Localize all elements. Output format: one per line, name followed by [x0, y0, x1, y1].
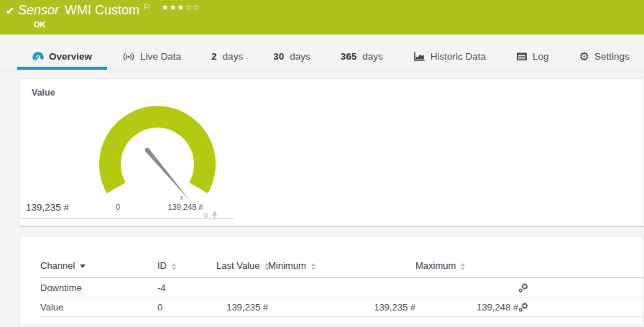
tab-historic-data[interactable]: Historic Data — [398, 46, 501, 70]
sort-icon — [172, 263, 176, 270]
tab-label: days — [362, 51, 383, 62]
ok-check-icon: ✔ — [6, 4, 15, 17]
gauge-tile-toolbar: ⚙ — [203, 211, 218, 220]
tab-overview[interactable]: Overview — [17, 46, 107, 70]
gauge-current-value: 139,235 # — [26, 202, 69, 213]
cell-channel: Downtime — [40, 278, 157, 298]
cell-maximum — [415, 278, 518, 298]
header-channel[interactable]: Channel — [40, 260, 157, 278]
sensor-title-prefix: Sensor — [18, 3, 59, 17]
tab-label: Settings — [594, 51, 630, 62]
sort-icon — [311, 263, 316, 270]
priority-stars[interactable]: ★★★☆☆ — [162, 3, 201, 12]
tab-settings[interactable]: ⚙ Settings — [564, 46, 644, 70]
gear-icon: ⚙ — [579, 51, 589, 63]
cell-maximum: 139,248 # — [415, 298, 518, 317]
channel-settings-icon[interactable] — [518, 303, 528, 313]
status-badge: OK — [34, 20, 46, 29]
pin-icon[interactable] — [211, 211, 218, 220]
cell-minimum: 139,235 # — [268, 298, 415, 317]
tab-number: 30 — [273, 51, 284, 62]
cell-id: -4 — [157, 278, 216, 298]
tab-number: 2 — [211, 51, 217, 62]
overview-panel: Value x 139,235 # 0 139,248 # ⚙ — [19, 78, 644, 227]
sensor-status-banner: ✔ Sensor WMI Custom⚐ ★★★☆☆ OK — [0, 0, 644, 34]
header-maximum[interactable]: Maximum — [415, 260, 518, 278]
header-actions — [518, 260, 643, 278]
cell-last-value: 139,235 # — [216, 298, 268, 317]
live-data-icon — [122, 51, 135, 63]
stars-filled[interactable]: ★★★ — [162, 3, 185, 12]
tab-live-data[interactable]: Live Data — [107, 46, 196, 70]
tab-number: 365 — [341, 51, 357, 62]
channel-table: Channel ID Last Value Minimum Maximum Do… — [40, 260, 643, 317]
sensor-title: Sensor WMI Custom⚐ ★★★☆☆ — [18, 3, 201, 18]
priority-flag-icon[interactable]: ⚐ — [143, 2, 151, 12]
value-gauge-tile[interactable]: Value x 139,235 # 0 139,248 # ⚙ — [20, 79, 234, 219]
header-minimum[interactable]: Minimum — [268, 260, 415, 278]
tab-label: Historic Data — [431, 51, 486, 62]
channel-table-header-row: Channel ID Last Value Minimum Maximum — [40, 260, 643, 278]
gauge-max-marker: x — [180, 194, 184, 201]
channel-row-value[interactable]: Value 0 139,235 # 139,235 # 139,248 # — [40, 298, 643, 317]
tab-label: Live Data — [140, 51, 181, 62]
tab-2-days[interactable]: 2 days — [196, 46, 258, 70]
cell-id: 0 — [157, 298, 216, 317]
tab-30-days[interactable]: 30 days — [258, 46, 326, 70]
value-gauge: x — [20, 79, 234, 219]
header-id[interactable]: ID — [157, 260, 216, 278]
channel-settings-icon[interactable] — [518, 283, 528, 293]
cell-last-value — [216, 278, 268, 298]
cell-minimum — [268, 278, 415, 298]
tab-label: Log — [533, 51, 549, 62]
cell-channel: Value — [40, 298, 157, 317]
gauge-max-label: 139,248 # — [154, 203, 217, 211]
gauge-icon — [32, 51, 44, 63]
gauge-arc — [110, 117, 205, 188]
gauge-needle — [146, 149, 190, 201]
channels-panel: Channel ID Last Value Minimum Maximum Do… — [19, 236, 644, 324]
tab-label: Overview — [49, 51, 92, 62]
tab-365-days[interactable]: 365 days — [326, 46, 398, 70]
tab-label: days — [223, 51, 244, 62]
tab-log[interactable]: Log — [501, 46, 564, 70]
channel-row-downtime[interactable]: Downtime -4 — [40, 278, 643, 298]
sensor-title-name: WMI Custom — [65, 3, 139, 17]
sensor-tabbar: Overview Live Data 2 days 30 days 365 da… — [0, 34, 644, 70]
historic-chart-icon — [413, 51, 426, 62]
header-last-value[interactable]: Last Value — [216, 260, 268, 278]
sort-icon — [461, 263, 465, 270]
sort-desc-icon — [80, 264, 86, 268]
log-icon — [516, 51, 528, 62]
stars-empty[interactable]: ☆☆ — [185, 3, 201, 12]
gauge-settings-icon[interactable]: ⚙ — [203, 212, 209, 219]
gauge-min-label: 0 — [112, 203, 124, 211]
tab-label: days — [290, 51, 310, 62]
